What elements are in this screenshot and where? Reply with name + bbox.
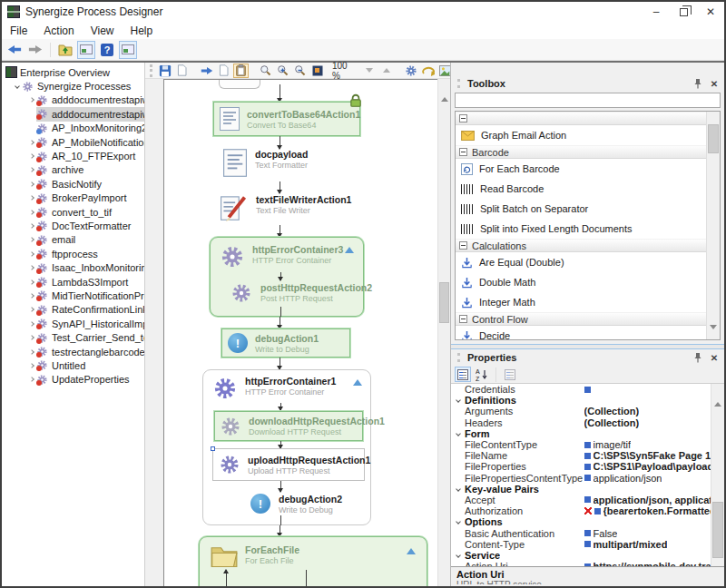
chevron-down-icon[interactable]: [456, 520, 461, 525]
tree-item[interactable]: RateConfirmationLink: [2, 303, 144, 317]
tree-item[interactable]: LambdaS3Import: [2, 275, 144, 289]
toolbox-item[interactable]: Split Batch on Separator: [456, 199, 706, 219]
flow-node-docpayload[interactable]: docpayloadText Formatter: [223, 149, 308, 177]
tree-item-selected[interactable]: adddocumentrestapiwaythi: [2, 107, 144, 121]
property-row[interactable]: Authorization{bearertoken.FormattedText}: [451, 505, 711, 516]
scroll-up-icon[interactable]: [714, 387, 721, 394]
collapse-all-button[interactable]: [362, 64, 378, 78]
flow-node-debugAction1[interactable]: ! debugAction1Write to Debug: [221, 328, 350, 358]
chevron-right-icon[interactable]: [29, 238, 34, 243]
flow-node-postHttpRequestAction2[interactable]: postHttpRequestAction2Post HTTP Request: [231, 282, 372, 304]
selection-handle[interactable]: [211, 446, 215, 451]
property-row[interactable]: Credentials: [451, 384, 711, 395]
toolbox-item[interactable]: Are Equal (Double): [456, 252, 706, 272]
property-row[interactable]: Acceptapplication/json, application/hal+…: [451, 495, 711, 505]
flow-container-httpErrorContainer3[interactable]: httpErrorContainer3HTTP Error Container …: [210, 237, 364, 317]
property-row[interactable]: Arguments(Collection): [451, 406, 711, 416]
menu-help[interactable]: Help: [123, 23, 162, 39]
property-category[interactable]: Form: [451, 428, 711, 439]
toolbox-item[interactable]: Graph Email Action: [456, 125, 706, 145]
pin-icon[interactable]: [692, 77, 704, 90]
scroll-thumb[interactable]: [708, 124, 719, 153]
panel-grip[interactable]: [457, 79, 461, 88]
tree-item[interactable]: MidTierNotificationProcess: [2, 289, 144, 302]
sort-az-button[interactable]: [474, 367, 490, 382]
tree-item[interactable]: Untitled: [2, 358, 144, 372]
chevron-right-icon[interactable]: [29, 98, 34, 103]
tree-item[interactable]: ftpprocess: [2, 247, 144, 260]
tree-item[interactable]: AP_MobileNotification: [2, 135, 144, 149]
flow-node-partial[interactable]: [219, 79, 260, 89]
copy-button[interactable]: [216, 64, 231, 78]
chevron-down-icon[interactable]: [456, 431, 461, 436]
canvas-scrollbar[interactable]: [437, 79, 450, 586]
scroll-thumb[interactable]: [439, 282, 449, 323]
close-icon[interactable]: ✕: [708, 77, 721, 90]
export-button[interactable]: [174, 64, 190, 78]
toolbox-group-header[interactable]: Barcode: [456, 145, 706, 159]
tree-root[interactable]: Enterprise Overview: [2, 65, 144, 79]
flow-container-httpErrorContainer1[interactable]: httpErrorContainer1HTTP Error Container …: [202, 369, 371, 525]
tree-item[interactable]: Isaac_InboxMonitoring: [2, 260, 144, 274]
toolbox-item[interactable]: Decide: [456, 326, 706, 339]
tree-group-synergize-processes[interactable]: Synergize Processes: [2, 79, 144, 93]
scroll-thumb[interactable]: [712, 502, 723, 558]
tree-item[interactable]: convert_to_tif: [2, 205, 144, 219]
back-button[interactable]: [5, 41, 24, 59]
tree-item[interactable]: Test_Carrier_Send_to_HS: [2, 330, 144, 344]
settings-gear-button[interactable]: [404, 64, 419, 78]
tree-item[interactable]: UpdateProperties: [2, 373, 144, 387]
property-row[interactable]: FileContentTypeimage/tif: [451, 439, 711, 450]
property-row[interactable]: Headers(Collection): [451, 417, 711, 428]
chevron-right-icon[interactable]: [29, 223, 34, 229]
flow-node-convertToBase64Action1[interactable]: convertToBase64Action1Convert To Base64: [213, 102, 360, 136]
toolbar-grip[interactable]: [150, 64, 152, 77]
chevron-right-icon[interactable]: [29, 168, 34, 173]
zoom-button[interactable]: [258, 64, 273, 78]
property-category[interactable]: Service: [451, 550, 711, 561]
toolbox-item[interactable]: For Each Barcode: [456, 159, 706, 179]
tree-item[interactable]: email: [2, 233, 144, 247]
collapse-icon[interactable]: [345, 247, 354, 253]
property-row[interactable]: FileNameC:\SPS\Syn5Fake Page 1 (1).tif: [451, 450, 711, 461]
property-category[interactable]: Options: [451, 516, 711, 527]
property-pages-button[interactable]: [502, 367, 518, 382]
zoom-region-button[interactable]: [309, 64, 325, 78]
panel-toggle-button-2[interactable]: [119, 41, 137, 59]
properties-scrollbar[interactable]: [711, 384, 724, 566]
scroll-up-icon[interactable]: [710, 114, 717, 122]
expand-all-button[interactable]: [379, 64, 395, 78]
chevron-down-icon[interactable]: [456, 486, 461, 492]
chevron-right-icon[interactable]: [29, 195, 34, 201]
tree-item[interactable]: BasicNotify: [2, 177, 144, 191]
close-icon[interactable]: ✕: [708, 351, 721, 364]
toolbox-group-header[interactable]: Calculations: [456, 239, 706, 252]
property-row[interactable]: FilePropertiesC:\SPS1\Payload\payload3.j…: [451, 461, 711, 472]
toolbox-item[interactable]: Integer Math: [456, 292, 706, 312]
menu-file[interactable]: File: [2, 23, 35, 39]
tree-item[interactable]: testrectanglebarcode: [2, 345, 144, 358]
forward-button[interactable]: [26, 41, 44, 59]
toolbox-item[interactable]: Double Math: [456, 272, 706, 292]
menu-view[interactable]: View: [83, 23, 123, 39]
chevron-right-icon[interactable]: [29, 363, 34, 368]
tree-item[interactable]: BrokerPayImport: [2, 191, 144, 205]
tree-item[interactable]: AP_InboxMonitoring2: [2, 122, 144, 135]
chevron-right-icon[interactable]: [29, 210, 34, 215]
chevron-down-icon[interactable]: [456, 553, 461, 558]
panel-toggle-button[interactable]: [77, 41, 95, 59]
paste-button[interactable]: [233, 64, 249, 78]
chevron-right-icon[interactable]: [29, 140, 34, 145]
chevron-right-icon[interactable]: [29, 293, 34, 299]
chevron-right-icon[interactable]: [29, 321, 34, 327]
tree-item[interactable]: adddocumentrestapiwaythi: [2, 93, 144, 107]
rotate-button[interactable]: [421, 64, 437, 78]
property-row[interactable]: Basic AuthenticationFalse: [451, 527, 711, 538]
help-button[interactable]: ?: [98, 41, 116, 59]
collapse-icon[interactable]: [353, 379, 362, 386]
collapse-minus-icon[interactable]: [459, 315, 467, 323]
chevron-down-icon[interactable]: [456, 397, 461, 403]
open-folder-button[interactable]: [56, 41, 74, 59]
toolbox-search-input[interactable]: [455, 93, 721, 108]
flow-node-textFileWriterAction1[interactable]: textFileWriterAction1Text File Writer: [221, 194, 351, 221]
